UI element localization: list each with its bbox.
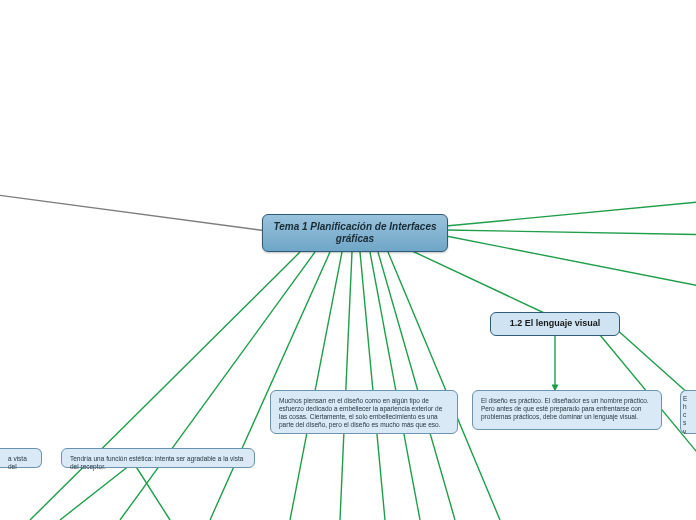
leaf-line: h (683, 403, 694, 411)
svg-line-4 (290, 252, 342, 520)
mindmap-canvas: Tema 1 Planificación de Interfaces gráfi… (0, 0, 696, 520)
leaf-line: c (683, 411, 694, 419)
leaf-cut-right[interactable]: E h c s v (680, 390, 696, 434)
subnode-label: 1.2 El lenguaje visual (510, 318, 601, 329)
edge-layer (0, 0, 696, 520)
svg-line-16 (615, 328, 690, 395)
leaf-line: E (683, 395, 694, 403)
leaf-text: Muchos piensan en el diseño como en algú… (279, 397, 442, 428)
leaf-text: El diseño es práctico. El diseñador es u… (481, 397, 649, 420)
leaf-diseno-practico[interactable]: El diseño es práctico. El diseñador es u… (472, 390, 662, 430)
leaf-cut-left[interactable]: a vista del (0, 448, 42, 468)
svg-line-0 (0, 190, 275, 232)
svg-line-12 (446, 230, 696, 235)
leaf-line: v (683, 428, 694, 436)
svg-line-7 (370, 252, 420, 520)
svg-line-6 (360, 252, 385, 520)
svg-line-10 (410, 250, 555, 318)
leaf-text: a vista del (8, 455, 27, 470)
svg-line-17 (60, 465, 130, 520)
svg-line-11 (446, 236, 696, 290)
leaf-text: Tendría una función estética: intenta se… (70, 455, 243, 470)
root-title: Tema 1 Planificación de Interfaces gráfi… (271, 221, 439, 246)
svg-line-1 (30, 252, 300, 520)
leaf-funcion-estetica[interactable]: Tendría una función estética: intenta se… (61, 448, 255, 468)
svg-line-2 (120, 252, 315, 520)
subnode-lenguaje-visual[interactable]: 1.2 El lenguaje visual (490, 312, 620, 336)
svg-line-13 (446, 200, 696, 226)
svg-line-3 (210, 252, 330, 520)
svg-line-5 (340, 252, 352, 520)
root-node[interactable]: Tema 1 Planificación de Interfaces gráfi… (262, 214, 448, 252)
leaf-muchos-piensan[interactable]: Muchos piensan en el diseño como en algú… (270, 390, 458, 434)
leaf-line: s (683, 419, 694, 427)
